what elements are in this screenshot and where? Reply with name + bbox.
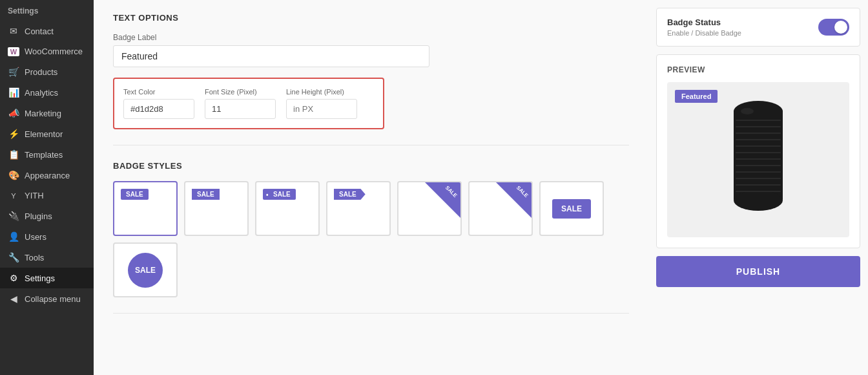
text-options-box: Text Color Font Size (Pixel) Line Height…: [113, 78, 384, 129]
tools-icon: 🔧: [8, 252, 19, 262]
svg-rect-3: [736, 120, 781, 121]
marketing-icon: 📣: [8, 108, 19, 118]
preview-image-area: Featured: [667, 82, 849, 237]
line-height-group: Line Height (Pixel): [286, 88, 357, 119]
badge-status-card: Badge Status Enable / Disable Badge: [656, 8, 860, 47]
speaker-product-image: [723, 97, 794, 223]
badge-style-4-label: SALE: [334, 189, 366, 200]
elementor-icon: ⚡: [8, 129, 19, 139]
analytics-icon: 📊: [8, 87, 19, 98]
sidebar-item-plugins[interactable]: 🔌 Plugins: [0, 206, 94, 226]
section-divider-2: [113, 313, 629, 314]
sidebar-item-elementor[interactable]: ⚡ Elementor: [0, 123, 94, 144]
right-panel: Badge Status Enable / Disable Badge PREV…: [648, 0, 868, 375]
sidebar-item-collapse[interactable]: ◀ Collapse menu: [0, 288, 94, 309]
sidebar-item-appearance[interactable]: 🎨 Appearance: [0, 165, 94, 186]
svg-rect-10: [736, 165, 781, 166]
toggle-track[interactable]: [818, 19, 849, 36]
toggle-thumb: [834, 21, 847, 34]
badge-label-field-label: Badge Label: [113, 33, 629, 42]
svg-rect-7: [736, 145, 781, 147]
badge-style-3-label: SALE: [263, 189, 296, 200]
products-icon: 🛒: [8, 67, 19, 77]
svg-rect-13: [736, 184, 781, 186]
sidebar-item-marketing[interactable]: 📣 Marketing: [0, 103, 94, 123]
badge-style-8[interactable]: SALE: [113, 242, 178, 297]
sidebar-item-analytics[interactable]: 📊 Analytics: [0, 82, 94, 103]
preview-title: PREVIEW: [667, 65, 849, 74]
svg-rect-1: [734, 110, 783, 200]
badge-style-5[interactable]: SALE: [397, 181, 462, 236]
templates-icon: 📋: [8, 149, 19, 160]
svg-point-2: [734, 190, 783, 211]
badge-style-2[interactable]: SALE: [184, 181, 249, 236]
sidebar-title: Settings: [0, 0, 94, 21]
svg-point-15: [741, 108, 754, 114]
sidebar-item-yith[interactable]: Y YITH: [0, 186, 94, 206]
badge-styles-grid: SALE SALE SALE SALE SALE SALE SALE SALE: [113, 181, 629, 297]
font-size-input[interactable]: [205, 99, 276, 119]
sidebar-item-woocommerce[interactable]: W WooCommerce: [0, 41, 94, 61]
badge-style-7-label: SALE: [552, 199, 591, 219]
plugins-icon: 🔌: [8, 211, 19, 221]
publish-button[interactable]: PUBLISH: [656, 256, 860, 287]
yith-icon: Y: [8, 192, 19, 200]
text-color-input[interactable]: [123, 99, 194, 119]
sidebar-item-users[interactable]: 👤 Users: [0, 226, 94, 247]
preview-badge: Featured: [675, 90, 718, 103]
badge-style-6-corner: [496, 182, 532, 218]
line-height-input[interactable]: [286, 99, 357, 119]
font-size-label: Font Size (Pixel): [205, 88, 276, 96]
sidebar-item-settings[interactable]: ⚙ Settings: [0, 268, 94, 288]
settings-icon: ⚙: [8, 273, 19, 283]
font-size-group: Font Size (Pixel): [205, 88, 276, 119]
svg-rect-9: [736, 158, 781, 160]
sidebar: Settings ✉ Contact W WooCommerce 🛒 Produ…: [0, 0, 94, 375]
sidebar-item-tools[interactable]: 🔧 Tools: [0, 247, 94, 268]
badge-style-6[interactable]: SALE: [468, 181, 533, 236]
svg-rect-4: [736, 126, 781, 127]
badge-status-toggle[interactable]: [818, 19, 849, 36]
badge-style-8-label: SALE: [128, 253, 163, 288]
sidebar-item-products[interactable]: 🛒 Products: [0, 61, 94, 82]
badge-status-sub: Enable / Disable Badge: [667, 29, 741, 37]
badge-style-2-label: SALE: [192, 189, 220, 200]
badge-style-5-corner: [425, 182, 460, 218]
badge-style-1-label: SALE: [121, 189, 149, 200]
svg-rect-11: [736, 171, 781, 173]
svg-rect-14: [736, 191, 781, 192]
section-divider: [113, 145, 629, 145]
collapse-icon: ◀: [8, 294, 19, 304]
badge-style-7[interactable]: SALE: [539, 181, 604, 236]
contact-icon: ✉: [8, 26, 19, 36]
line-height-label: Line Height (Pixel): [286, 88, 357, 96]
preview-card: PREVIEW Featured: [656, 54, 860, 248]
svg-rect-6: [736, 139, 781, 140]
badge-style-4[interactable]: SALE: [326, 181, 391, 236]
badge-status-info: Badge Status Enable / Disable Badge: [667, 17, 741, 37]
badge-status-row: Badge Status Enable / Disable Badge: [657, 8, 860, 46]
appearance-icon: 🎨: [8, 170, 19, 180]
sidebar-item-templates[interactable]: 📋 Templates: [0, 144, 94, 165]
svg-rect-8: [736, 152, 781, 153]
badge-style-1[interactable]: SALE: [113, 181, 178, 236]
badge-style-3[interactable]: SALE: [255, 181, 320, 236]
sidebar-item-contact[interactable]: ✉ Contact: [0, 21, 94, 41]
woocommerce-icon: W: [8, 47, 19, 56]
svg-rect-12: [736, 178, 781, 179]
badge-label-input[interactable]: [113, 45, 429, 67]
main-content: TEXT OPTIONS Badge Label Text Color Font…: [94, 0, 648, 375]
badge-status-title: Badge Status: [667, 17, 741, 27]
text-options-heading: TEXT OPTIONS: [113, 13, 629, 23]
text-color-group: Text Color: [123, 88, 194, 119]
text-color-label: Text Color: [123, 88, 194, 96]
svg-rect-5: [736, 133, 781, 134]
badge-styles-heading: BADGE STYLES: [113, 161, 629, 171]
users-icon: 👤: [8, 231, 19, 242]
